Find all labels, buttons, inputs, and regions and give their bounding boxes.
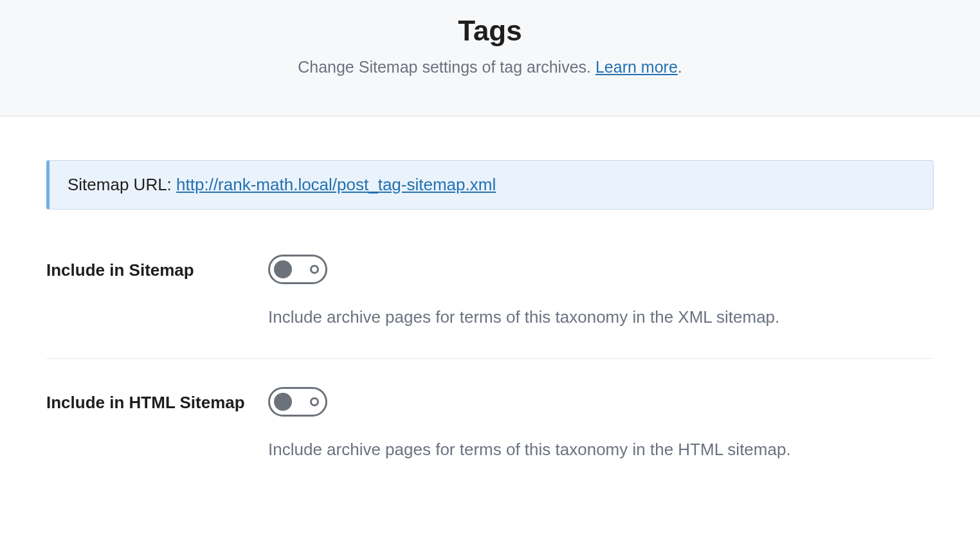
setting-body: Include archive pages for terms of this … [268,387,934,462]
subtitle-text: Change Sitemap settings of tag archives. [298,58,595,76]
header-inner: Tags Change Sitemap settings of tag arch… [149,15,831,80]
toggle-off-indicator-icon [310,265,319,274]
sitemap-url-link[interactable]: http://rank-math.local/post_tag-sitemap.… [176,175,496,194]
toggle-knob-icon [274,260,292,278]
setting-row-include-in-html-sitemap: Include in HTML Sitemap Include archive … [46,387,934,491]
sitemap-url-label: Sitemap URL: [68,175,176,194]
setting-label: Include in Sitemap [46,255,268,282]
toggle-knob-icon [274,393,292,411]
sitemap-url-notice: Sitemap URL: http://rank-math.local/post… [46,160,934,210]
subtitle-after: . [678,58,682,76]
toggle-include-in-sitemap[interactable] [268,255,327,284]
learn-more-link[interactable]: Learn more [595,58,678,76]
setting-description: Include archive pages for terms of this … [268,305,934,330]
page-subtitle: Change Sitemap settings of tag archives.… [165,55,815,80]
content-area: Sitemap URL: http://rank-math.local/post… [21,116,959,516]
setting-label: Include in HTML Sitemap [46,387,268,414]
header-band: Tags Change Sitemap settings of tag arch… [0,0,980,116]
setting-body: Include archive pages for terms of this … [268,255,934,330]
page-title: Tags [165,15,815,46]
setting-row-include-in-sitemap: Include in Sitemap Include archive pages… [46,255,934,359]
setting-description: Include archive pages for terms of this … [268,437,934,462]
toggle-off-indicator-icon [310,397,319,406]
toggle-include-in-html-sitemap[interactable] [268,387,327,417]
